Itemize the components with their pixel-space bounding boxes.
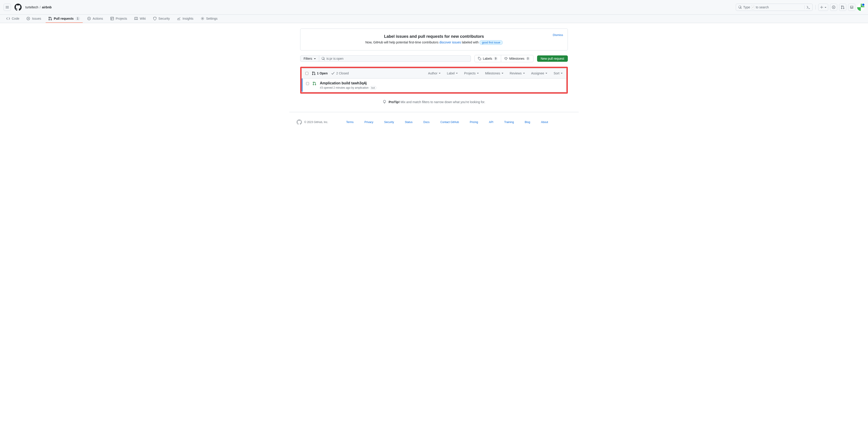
footer-link[interactable]: Status bbox=[405, 120, 412, 124]
tab-label: Settings bbox=[206, 17, 218, 20]
pr-row[interactable]: Amplication build tawh3q4j #3 opened 2 m… bbox=[302, 79, 566, 92]
tab-insights[interactable]: Insights bbox=[174, 15, 196, 23]
tab-label: Projects bbox=[116, 17, 127, 20]
search-suffix: to search bbox=[756, 5, 769, 9]
pr-list: 1 Open 2 Closed Author Label Projects Mi… bbox=[302, 68, 566, 92]
tab-label: Wiki bbox=[140, 17, 146, 20]
tab-label: Pull requests bbox=[54, 17, 74, 20]
chevron-down-icon bbox=[824, 6, 827, 9]
filter-sort[interactable]: Sort bbox=[554, 71, 563, 75]
discover-issues-link[interactable]: discover issues bbox=[439, 40, 461, 44]
svg-point-13 bbox=[479, 58, 479, 58]
footer-link[interactable]: Blog bbox=[525, 120, 530, 124]
tab-pull-requests[interactable]: Pull requests1 bbox=[46, 15, 83, 23]
pr-search-input[interactable] bbox=[319, 55, 471, 62]
pr-checkbox[interactable] bbox=[306, 82, 309, 85]
footer-link[interactable]: API bbox=[489, 120, 493, 124]
footer-link[interactable]: Training bbox=[504, 120, 514, 124]
state-tabs: 1 Open 2 Closed bbox=[312, 71, 349, 75]
user-avatar[interactable] bbox=[857, 4, 864, 11]
labels-count: 9 bbox=[493, 57, 498, 61]
tab-wiki[interactable]: Wiki bbox=[131, 15, 148, 23]
tab-label: Security bbox=[158, 17, 170, 20]
owner-link[interactable]: turteltech bbox=[25, 5, 38, 9]
global-header: turteltech / airbnb Type / to search bbox=[0, 0, 868, 15]
svg-point-18 bbox=[313, 84, 314, 85]
footer-link[interactable]: Privacy bbox=[364, 120, 373, 124]
check-icon bbox=[331, 71, 335, 75]
filter-assignee[interactable]: Assignee bbox=[531, 71, 548, 75]
footer-link[interactable]: Pricing bbox=[470, 120, 478, 124]
create-menu[interactable] bbox=[818, 4, 828, 11]
pr-header-icon bbox=[841, 5, 844, 9]
pr-open-icon bbox=[313, 82, 316, 85]
filters-button[interactable]: Filters bbox=[300, 55, 319, 62]
gear-icon bbox=[201, 17, 204, 20]
footer-link[interactable]: Contact GitHub bbox=[440, 120, 459, 124]
tab-label: Code bbox=[12, 17, 19, 20]
new-pull-request-button[interactable]: New pull request bbox=[537, 55, 568, 62]
pull-requests-button[interactable] bbox=[839, 4, 846, 11]
closed-count: 2 Closed bbox=[336, 71, 348, 75]
tab-projects[interactable]: Projects bbox=[107, 15, 130, 23]
labels-text: Labels bbox=[483, 57, 492, 60]
pr-time: 2 minutes ago bbox=[333, 86, 350, 89]
tab-actions[interactable]: Actions bbox=[85, 15, 106, 23]
inbox-button[interactable] bbox=[848, 4, 855, 11]
closed-tab[interactable]: 2 Closed bbox=[331, 71, 348, 75]
footer-links: Terms Privacy Security Status Docs Conta… bbox=[346, 120, 548, 124]
github-logo[interactable] bbox=[14, 4, 22, 11]
github-footer-icon[interactable] bbox=[297, 119, 302, 125]
svg-point-3 bbox=[841, 8, 842, 9]
footer-link[interactable]: Docs bbox=[423, 120, 430, 124]
good-first-issue-label[interactable]: good first issue bbox=[479, 40, 503, 45]
milestones-count: 0 bbox=[526, 57, 530, 61]
notice-text: Now, GitHub will help potential first-ti… bbox=[306, 40, 562, 45]
tab-security[interactable]: Security bbox=[150, 15, 173, 23]
select-all-checkbox[interactable] bbox=[305, 72, 308, 75]
filter-reviews[interactable]: Reviews bbox=[510, 71, 525, 75]
svg-point-12 bbox=[202, 18, 203, 19]
footer-link[interactable]: Terms bbox=[346, 120, 354, 124]
pr-number: #3 bbox=[320, 86, 323, 89]
search-hotkey: / bbox=[751, 5, 754, 9]
global-search[interactable]: Type / to search bbox=[736, 4, 813, 11]
footer-link[interactable]: About bbox=[541, 120, 548, 124]
breadcrumb: turteltech / airbnb bbox=[25, 5, 52, 9]
filter-author[interactable]: Author bbox=[428, 71, 440, 75]
tab-issues[interactable]: Issues bbox=[24, 15, 43, 23]
pr-author-link[interactable]: amplication bbox=[355, 86, 369, 89]
tab-settings[interactable]: Settings bbox=[198, 15, 220, 23]
pr-content: Amplication build tawh3q4j #3 opened 2 m… bbox=[320, 81, 563, 89]
repo-link[interactable]: airbnb bbox=[42, 5, 52, 9]
repo-nav: Code Issues Pull requests1 Actions Proje… bbox=[0, 15, 868, 23]
pr-meta: #3 opened 2 minutes ago by amplication b… bbox=[320, 86, 563, 89]
inbox-icon bbox=[850, 5, 854, 9]
notice-title: Label issues and pull requests for new c… bbox=[306, 34, 562, 39]
labels-button[interactable]: Labels9 bbox=[475, 55, 501, 62]
pr-title[interactable]: Amplication build tawh3q4j bbox=[320, 81, 367, 85]
svg-point-14 bbox=[312, 72, 313, 73]
code-icon bbox=[6, 17, 10, 20]
tab-label: Actions bbox=[93, 17, 103, 20]
svg-point-4 bbox=[843, 8, 844, 9]
filter-milestones[interactable]: Milestones bbox=[485, 71, 503, 75]
filter-projects[interactable]: Projects bbox=[464, 71, 479, 75]
dismiss-button[interactable]: Dismiss bbox=[553, 33, 563, 37]
svg-point-8 bbox=[49, 19, 50, 20]
svg-point-9 bbox=[51, 19, 52, 20]
issues-button[interactable] bbox=[830, 4, 837, 11]
footer-link[interactable]: Security bbox=[384, 120, 394, 124]
tab-code[interactable]: Code bbox=[4, 15, 22, 23]
filter-group: Filters bbox=[300, 55, 471, 62]
pr-open-icon bbox=[312, 71, 315, 75]
milestones-button[interactable]: Milestones0 bbox=[501, 55, 533, 62]
open-tab[interactable]: 1 Open bbox=[312, 71, 328, 75]
command-palette-icon[interactable] bbox=[804, 5, 810, 9]
lightbulb-icon bbox=[383, 100, 387, 104]
filter-label[interactable]: Label bbox=[447, 71, 458, 75]
pr-count-badge: 1 bbox=[75, 17, 80, 21]
hamburger-menu[interactable] bbox=[4, 4, 11, 11]
svg-point-19 bbox=[315, 84, 316, 85]
pr-toolbar: Filters Labels9 Milestones0 New pull req… bbox=[300, 55, 568, 62]
